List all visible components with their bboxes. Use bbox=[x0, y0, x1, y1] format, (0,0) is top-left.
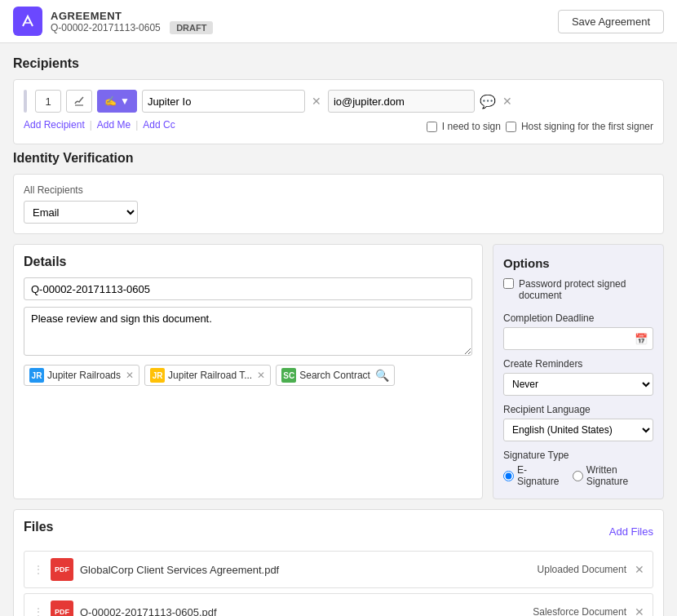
files-title: Files bbox=[24, 520, 53, 534]
add-me-link[interactable]: Add Me bbox=[97, 119, 131, 131]
options-title: Options bbox=[503, 256, 653, 270]
written-signature-radio[interactable] bbox=[573, 471, 583, 481]
pdf-icon-1: PDF bbox=[51, 558, 73, 581]
file-badge-2: Salesforce Document bbox=[533, 606, 626, 616]
details-message-textarea[interactable]: Please review and sign this document. bbox=[24, 307, 472, 356]
signature-type-label: Signature Type bbox=[503, 450, 653, 461]
doc-chip-name-3: Search Contract bbox=[299, 370, 370, 381]
recipient-number: 1 bbox=[35, 90, 61, 113]
doc-chip-3: SC Search Contract 🔍 bbox=[276, 365, 395, 386]
add-recipient-link[interactable]: Add Recipient bbox=[24, 119, 85, 131]
doc-chip-1: JR Jupiter Railroads ✕ bbox=[24, 365, 139, 386]
file-row-2: ⋮ PDF Q-00002-20171113-0605.pdf Salesfor… bbox=[24, 593, 653, 616]
doc-chip-search-3[interactable]: 🔍 bbox=[375, 369, 389, 382]
doc-chip-2: JR Jupiter Railroad T... ✕ bbox=[144, 365, 271, 386]
doc-chip-icon-3: SC bbox=[281, 368, 296, 383]
clear-row-button[interactable]: ✕ bbox=[501, 95, 514, 108]
doc-chip-remove-2[interactable]: ✕ bbox=[257, 370, 265, 381]
create-reminders-label: Create Reminders bbox=[503, 358, 653, 370]
add-cc-link[interactable]: Add Cc bbox=[143, 119, 175, 131]
file-row-1: ⋮ PDF GlobalCorp Client Services Agreeme… bbox=[24, 551, 653, 588]
host-signing-label: Host signing for the first signer bbox=[521, 121, 653, 132]
details-options-row: Details Please review and sign this docu… bbox=[13, 244, 664, 499]
host-signing-checkbox[interactable] bbox=[506, 122, 516, 132]
file-badge-1: Uploaded Document bbox=[538, 564, 626, 575]
recipient-email-input[interactable] bbox=[328, 90, 475, 113]
password-protect-checkbox[interactable] bbox=[503, 278, 514, 289]
details-id-input[interactable] bbox=[24, 277, 472, 300]
agreement-id: Q-00002-20171113-0605 DRAFT bbox=[51, 22, 213, 33]
recipient-row: 1 ✍ ▼ ✕ 💬 ✕ bbox=[24, 90, 653, 113]
sign-icon-button[interactable] bbox=[66, 90, 92, 113]
i-need-to-sign-checkbox[interactable] bbox=[427, 122, 437, 132]
file-remove-1[interactable]: ✕ bbox=[635, 563, 644, 576]
reminders-select[interactable]: Never Daily Weekly bbox=[503, 373, 653, 396]
completion-deadline-label: Completion Deadline bbox=[503, 312, 653, 324]
e-signature-option[interactable]: E-Signature bbox=[503, 464, 563, 487]
file-name-1: GlobalCorp Client Services Agreement.pdf bbox=[80, 564, 538, 576]
password-protect-option: Password protect signed document bbox=[503, 278, 653, 304]
details-title: Details bbox=[24, 255, 472, 269]
recipient-language-label: Recipient Language bbox=[503, 404, 653, 415]
doc-chip-remove-1[interactable]: ✕ bbox=[126, 370, 134, 381]
calendar-icon: 📅 bbox=[635, 333, 648, 345]
language-select[interactable]: English (United States) French Spanish bbox=[503, 419, 653, 441]
doc-chip-name-2: Jupiter Railroad T... bbox=[168, 370, 252, 381]
file-remove-2[interactable]: ✕ bbox=[635, 605, 644, 616]
identity-panel: All Recipients Email Phone None bbox=[13, 174, 664, 234]
role-dropdown-arrow: ▼ bbox=[120, 95, 130, 107]
drag-handle-bar bbox=[24, 90, 27, 113]
password-protect-label: Password protect signed document bbox=[519, 278, 653, 301]
recipients-panel: 1 ✍ ▼ ✕ 💬 ✕ Add Reci bbox=[13, 79, 664, 144]
save-agreement-button[interactable]: Save Agreement bbox=[558, 10, 664, 33]
documents-chips: JR Jupiter Railroads ✕ JR Jupiter Railro… bbox=[24, 365, 472, 386]
agreement-info: AGREEMENT Q-00002-20171113-0605 DRAFT bbox=[51, 10, 213, 33]
doc-chip-name-1: Jupiter Railroads bbox=[47, 370, 121, 381]
sig-type-row: E-Signature Written Signature bbox=[503, 464, 653, 487]
file-name-2: Q-00002-20171113-0605.pdf bbox=[80, 606, 533, 617]
details-section: Details Please review and sign this docu… bbox=[13, 244, 483, 499]
doc-chip-icon-1: JR bbox=[29, 368, 44, 383]
recipients-title: Recipients bbox=[13, 56, 664, 71]
recipient-actions: Add Recipient | Add Me | Add Cc bbox=[24, 119, 175, 131]
drag-handle-1: ⋮ bbox=[33, 563, 44, 576]
recipient-footer: Add Recipient | Add Me | Add Cc I need t… bbox=[24, 119, 653, 134]
written-signature-option[interactable]: Written Signature bbox=[573, 464, 653, 487]
deadline-input-row: 📅 bbox=[503, 327, 653, 350]
draft-badge: DRAFT bbox=[170, 21, 213, 34]
sep1: | bbox=[90, 119, 92, 131]
files-section: Files Add Files ⋮ PDF GlobalCorp Client … bbox=[13, 509, 664, 616]
recipient-name-input[interactable] bbox=[142, 90, 305, 113]
i-need-to-sign-label: I need to sign bbox=[442, 121, 501, 132]
written-signature-label: Written Signature bbox=[586, 464, 653, 487]
identity-method-select[interactable]: Email Phone None bbox=[24, 201, 138, 224]
agreement-title: AGREEMENT bbox=[51, 10, 213, 22]
checkbox-row: I need to sign Host signing for the firs… bbox=[427, 121, 653, 132]
top-bar-left: AGREEMENT Q-00002-20171113-0605 DRAFT bbox=[13, 7, 213, 36]
top-bar: AGREEMENT Q-00002-20171113-0605 DRAFT Sa… bbox=[0, 0, 677, 43]
main-content: Recipients 1 ✍ ▼ ✕ 💬 ✕ bbox=[0, 43, 677, 616]
pdf-icon-2: PDF bbox=[51, 600, 73, 616]
all-recipients-label: All Recipients bbox=[24, 184, 653, 196]
app-icon bbox=[13, 7, 42, 36]
files-header: Files Add Files bbox=[24, 520, 653, 543]
add-files-link[interactable]: Add Files bbox=[609, 525, 653, 538]
identity-title: Identity Verification bbox=[13, 151, 664, 166]
message-icon-button[interactable]: 💬 bbox=[480, 94, 496, 109]
e-signature-label: E-Signature bbox=[517, 464, 563, 487]
deadline-input[interactable] bbox=[509, 333, 635, 344]
options-section: Options Password protect signed document… bbox=[493, 244, 664, 499]
clear-name-button[interactable]: ✕ bbox=[310, 95, 323, 108]
role-select-button[interactable]: ✍ ▼ bbox=[97, 90, 137, 113]
drag-handle-2: ⋮ bbox=[33, 605, 44, 616]
e-signature-radio[interactable] bbox=[503, 471, 514, 481]
sep2: | bbox=[135, 119, 138, 131]
recipients-section-outer: Recipients 1 ✍ ▼ ✕ 💬 ✕ bbox=[13, 56, 664, 144]
identity-section: Identity Verification All Recipients Ema… bbox=[13, 151, 664, 234]
doc-chip-icon-2: JR bbox=[150, 368, 165, 383]
role-icon: ✍ bbox=[104, 95, 117, 107]
